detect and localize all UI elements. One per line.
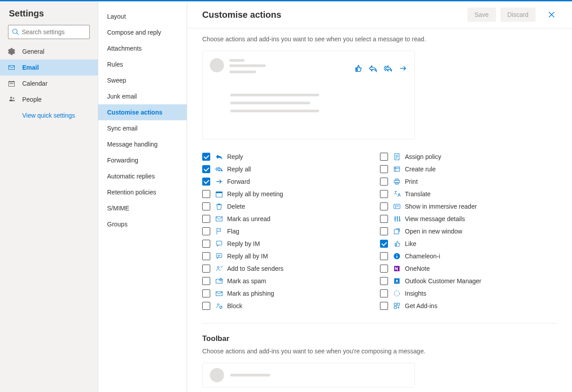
reply-icon: [216, 153, 223, 160]
delete-icon: [216, 203, 223, 210]
nav-general[interactable]: General: [0, 44, 98, 59]
checkbox-block[interactable]: [202, 302, 210, 310]
checkbox-rule[interactable]: [380, 165, 388, 173]
subnav-sweep[interactable]: Sweep: [98, 72, 187, 88]
reply-icon: [369, 64, 377, 72]
checkbox-info[interactable]: [380, 252, 388, 260]
subnav-groups[interactable]: Groups: [98, 216, 187, 232]
checkbox-ocm[interactable]: [380, 277, 388, 285]
options-column-left: ReplyReply allForwardReply all by meetin…: [202, 153, 353, 310]
search-settings-box[interactable]: [8, 25, 90, 39]
ocm-icon: [393, 277, 400, 285]
view-quick-settings-link[interactable]: View quick settings: [0, 107, 98, 123]
checkbox-reply[interactable]: [202, 153, 210, 161]
nav-email[interactable]: Email: [0, 59, 98, 75]
checkbox-spam[interactable]: [202, 277, 210, 285]
checkbox-mail[interactable]: [202, 215, 210, 223]
close-button[interactable]: [544, 8, 559, 22]
options-grid: ReplyReply allForwardReply all by meetin…: [202, 153, 557, 310]
print-icon: [393, 178, 400, 185]
window-icon: [393, 228, 400, 235]
subnav-compose[interactable]: Compose and reply: [98, 24, 187, 40]
subnav-message-handling[interactable]: Message handling: [98, 136, 187, 152]
checkbox-like[interactable]: [380, 240, 388, 248]
settings-title: Settings: [0, 1, 98, 25]
option-label: Assign policy: [405, 153, 441, 160]
svg-rect-11: [394, 167, 400, 171]
mail-icon: [8, 64, 15, 71]
svg-rect-26: [397, 303, 400, 305]
checkbox-reply-all[interactable]: [202, 165, 210, 173]
option-row: Add to Safe senders: [202, 265, 353, 273]
checkbox-delete[interactable]: [202, 202, 210, 210]
option-label: Add to Safe senders: [227, 265, 284, 272]
option-row: Reply all by meeting: [202, 190, 353, 198]
subnav-attachments[interactable]: Attachments: [98, 40, 187, 56]
calendar-icon: [216, 190, 223, 198]
option-label: Forward: [227, 178, 250, 185]
option-row: Reply all by IM: [202, 252, 353, 260]
checkbox-policy[interactable]: [380, 153, 388, 161]
checkbox-calendar[interactable]: [202, 190, 210, 198]
translate-icon: [393, 190, 400, 198]
checkbox-addins[interactable]: [380, 302, 388, 310]
info-icon: [393, 253, 400, 260]
checkbox-details[interactable]: [380, 215, 388, 223]
content-scroll[interactable]: Choose actions and add-ins you want to s…: [187, 28, 572, 392]
safe-icon: [216, 265, 223, 272]
preview-line: [229, 59, 244, 62]
option-label: Create rule: [405, 166, 436, 173]
option-label: Reply by IM: [227, 240, 260, 247]
insights-icon: [393, 290, 400, 297]
save-button[interactable]: Save: [468, 8, 496, 22]
option-label: Mark as spam: [227, 277, 266, 285]
svg-rect-27: [394, 306, 396, 309]
message-preview: [202, 51, 415, 139]
details-icon: [393, 215, 400, 222]
email-subnav: Layout Compose and reply Attachments Rul…: [98, 1, 187, 392]
search-input[interactable]: [22, 28, 100, 36]
checkbox-forward[interactable]: [202, 178, 210, 186]
nav-people[interactable]: People: [0, 91, 98, 107]
subnav-rules[interactable]: Rules: [98, 56, 187, 72]
checkbox-im-all[interactable]: [202, 252, 210, 260]
toolbar-description: Choose actions and add-ins you want to s…: [202, 348, 557, 355]
option-label: Reply: [227, 153, 243, 160]
svg-rect-21: [394, 266, 400, 271]
option-row: Outlook Customer Manager: [380, 277, 531, 285]
option-label: Mark as phishing: [227, 290, 274, 297]
reply-all-icon: [216, 166, 223, 173]
discard-button[interactable]: Discard: [500, 8, 536, 22]
preview-actions: [354, 64, 407, 72]
subnav-layout[interactable]: Layout: [98, 8, 187, 24]
checkbox-safe[interactable]: [202, 265, 210, 273]
toolbar-section-title: Toolbar: [202, 334, 557, 343]
checkbox-phishing[interactable]: [202, 289, 210, 297]
nav-label: People: [22, 96, 42, 103]
subnav-junk[interactable]: Junk email: [98, 88, 187, 104]
checkbox-onenote[interactable]: [380, 265, 388, 273]
subnav-smime[interactable]: S/MIME: [98, 200, 187, 216]
svg-point-18: [399, 220, 400, 221]
option-label: Reply all: [227, 166, 251, 173]
svg-point-24: [394, 291, 400, 296]
checkbox-translate[interactable]: [380, 190, 388, 198]
onenote-icon: [393, 265, 400, 272]
checkbox-flag[interactable]: [202, 227, 210, 235]
nav-calendar[interactable]: Calendar: [0, 75, 98, 91]
svg-rect-3: [216, 241, 222, 245]
option-row: Mark as unread: [202, 215, 353, 223]
checkbox-print[interactable]: [380, 178, 388, 186]
subnav-auto-replies[interactable]: Automatic replies: [98, 168, 187, 184]
checkbox-reader[interactable]: [380, 202, 388, 210]
subnav-forwarding[interactable]: Forwarding: [98, 152, 187, 168]
subnav-customise-actions[interactable]: Customise actions: [98, 104, 187, 120]
subnav-retention[interactable]: Retention policies: [98, 184, 187, 200]
checkbox-insights[interactable]: [380, 289, 388, 297]
svg-rect-13: [396, 179, 398, 180]
checkbox-window[interactable]: [380, 227, 388, 235]
preview-avatar: [210, 368, 224, 382]
checkbox-im[interactable]: [202, 240, 210, 248]
subnav-sync[interactable]: Sync email: [98, 120, 187, 136]
svg-point-23: [396, 280, 398, 281]
